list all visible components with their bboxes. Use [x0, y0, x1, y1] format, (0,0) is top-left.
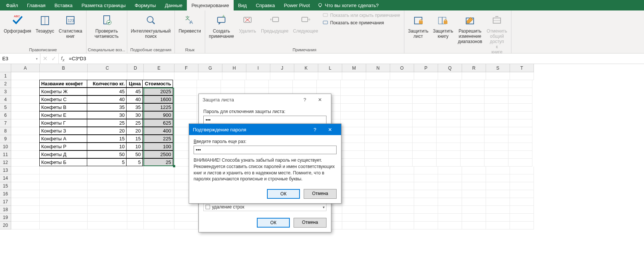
cell[interactable]: [11, 72, 40, 80]
cell[interactable]: [11, 143, 40, 151]
cell[interactable]: [414, 167, 438, 174]
cell[interactable]: [413, 96, 437, 104]
row-header-16[interactable]: 16: [0, 190, 11, 198]
cell[interactable]: Конфеты В: [39, 103, 87, 111]
cell[interactable]: [486, 167, 510, 174]
cell[interactable]: [342, 167, 366, 174]
cell[interactable]: [389, 88, 413, 96]
cell[interactable]: [510, 206, 534, 214]
cell[interactable]: [144, 222, 174, 229]
cell[interactable]: [366, 72, 390, 80]
cell[interactable]: [174, 72, 198, 80]
cell[interactable]: [486, 214, 510, 222]
cell[interactable]: 25: [126, 119, 143, 127]
cell[interactable]: [127, 167, 144, 174]
cell[interactable]: [414, 198, 438, 206]
cell[interactable]: [173, 88, 197, 96]
cell[interactable]: [40, 198, 88, 206]
cell[interactable]: [40, 174, 88, 182]
cell[interactable]: [88, 222, 127, 229]
cell[interactable]: [390, 72, 414, 80]
cell[interactable]: [413, 80, 437, 88]
cell[interactable]: [508, 127, 532, 135]
cell[interactable]: Стоимость: [142, 80, 173, 88]
cell[interactable]: 10: [126, 143, 143, 150]
cell[interactable]: [174, 222, 198, 229]
cell[interactable]: [390, 174, 414, 182]
cell[interactable]: 10: [87, 143, 127, 150]
cell[interactable]: [510, 182, 534, 190]
cell[interactable]: [365, 80, 389, 88]
cell[interactable]: [437, 119, 461, 127]
cell[interactable]: [269, 80, 293, 88]
cell[interactable]: [342, 182, 366, 190]
allow-ranges-button[interactable]: Разрешитьизменениедиапазонов: [456, 11, 484, 56]
cell[interactable]: [390, 214, 414, 222]
cell[interactable]: [222, 72, 246, 80]
cell[interactable]: [413, 143, 437, 151]
menu-вставка[interactable]: Вставка: [50, 0, 77, 10]
cell[interactable]: [11, 135, 40, 143]
cell[interactable]: 5: [126, 158, 143, 166]
col-header-B[interactable]: B: [40, 64, 88, 72]
cell[interactable]: 25: [142, 158, 173, 166]
cell[interactable]: [341, 135, 365, 143]
cell[interactable]: [11, 198, 40, 206]
cell[interactable]: [508, 104, 532, 112]
cell[interactable]: [438, 214, 462, 222]
cell[interactable]: [413, 151, 437, 159]
cell[interactable]: [366, 174, 390, 182]
cell[interactable]: [173, 104, 197, 112]
col-header-N[interactable]: N: [366, 64, 390, 72]
cell[interactable]: 35: [126, 103, 143, 111]
ok-button[interactable]: ОК: [257, 218, 290, 228]
cell[interactable]: [11, 182, 40, 190]
cell[interactable]: [462, 167, 486, 174]
cell[interactable]: [174, 214, 198, 222]
accessibility-button[interactable]: Проверитьчитаемость: [92, 11, 121, 47]
cell[interactable]: [11, 214, 40, 222]
cell[interactable]: [390, 222, 414, 229]
cell[interactable]: [389, 151, 413, 159]
cell[interactable]: Конфеты С: [39, 95, 87, 103]
col-header-T[interactable]: T: [510, 64, 534, 72]
cell[interactable]: 35: [87, 103, 127, 111]
cell[interactable]: [413, 104, 437, 112]
row-header-20[interactable]: 20: [0, 222, 11, 229]
row-header-6[interactable]: 6: [0, 112, 11, 119]
cell[interactable]: [508, 135, 532, 143]
cell[interactable]: [461, 119, 484, 127]
new-comment-button[interactable]: +Создатьпримечание: [207, 11, 236, 47]
col-header-J[interactable]: J: [270, 64, 294, 72]
cell[interactable]: [389, 96, 413, 104]
cell[interactable]: [437, 96, 461, 104]
help-icon[interactable]: ?: [307, 127, 322, 132]
cell[interactable]: [88, 206, 127, 214]
cell[interactable]: [144, 167, 174, 174]
cell[interactable]: [390, 198, 414, 206]
cell[interactable]: [40, 222, 88, 229]
cell[interactable]: [127, 206, 144, 214]
cell[interactable]: [413, 112, 437, 119]
cell[interactable]: [462, 174, 486, 182]
cell[interactable]: [88, 182, 127, 190]
menu-формулы[interactable]: Формулы: [130, 0, 161, 10]
row-header-14[interactable]: 14: [0, 174, 11, 182]
cell[interactable]: [221, 80, 245, 88]
cell[interactable]: [510, 190, 534, 198]
cell[interactable]: [438, 72, 462, 80]
cell[interactable]: [341, 151, 365, 159]
cell[interactable]: Цена: [126, 80, 143, 88]
cell[interactable]: [342, 198, 366, 206]
cell[interactable]: [127, 198, 144, 206]
cell[interactable]: [510, 222, 534, 229]
cell[interactable]: [389, 104, 413, 112]
cell[interactable]: Конфеты Г: [39, 119, 87, 127]
cell[interactable]: [245, 80, 269, 88]
row-header-10[interactable]: 10: [0, 143, 11, 151]
cell[interactable]: [484, 151, 508, 159]
cell[interactable]: [88, 174, 127, 182]
cell[interactable]: [390, 167, 414, 174]
cell[interactable]: [341, 127, 365, 135]
cell[interactable]: [365, 127, 389, 135]
